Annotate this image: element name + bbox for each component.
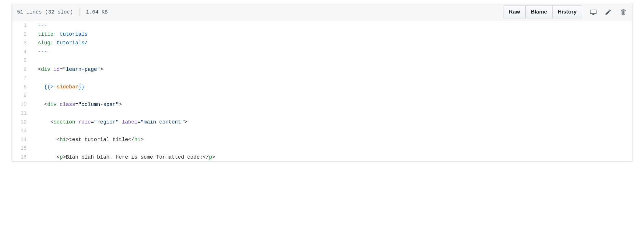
code-line: 16 <p>Blah blah blah. Here is some forma… — [12, 153, 632, 162]
line-content: --- — [32, 21, 632, 30]
code-line: 2title: tutorials — [12, 30, 632, 39]
code-line: 3slug: tutorials/ — [12, 39, 632, 47]
file-info-divider — [79, 8, 79, 16]
code-line: 13 — [12, 126, 632, 135]
code-line: 4--- — [12, 47, 632, 56]
file-header: 51 lines (32 sloc) 1.04 KB Raw Blame His… — [12, 3, 632, 21]
file-actions: Raw Blame History — [503, 5, 627, 18]
line-content — [32, 74, 632, 83]
file-size: 1.04 KB — [86, 9, 108, 15]
code-line: 12 <section role="region" label="main co… — [12, 118, 632, 127]
code-line: 15 — [12, 144, 632, 153]
code-line: 8 {{> sidebar}} — [12, 83, 632, 92]
line-number[interactable]: 8 — [12, 83, 32, 92]
line-number[interactable]: 16 — [12, 153, 32, 162]
code-line: 5 — [12, 56, 632, 65]
line-content: <section role="region" label="main conte… — [32, 118, 632, 127]
line-number[interactable]: 5 — [12, 56, 32, 65]
code-line: 9 — [12, 91, 632, 100]
line-content — [32, 56, 632, 65]
line-content: <div id="learn-page"> — [32, 65, 632, 74]
pencil-icon[interactable] — [605, 8, 612, 16]
file-info: 51 lines (32 sloc) 1.04 KB — [17, 8, 108, 16]
line-number[interactable]: 9 — [12, 91, 32, 100]
history-button[interactable]: History — [553, 5, 582, 18]
line-content — [32, 109, 632, 118]
line-content: <p>Blah blah blah. Here is some formatte… — [32, 153, 632, 162]
line-number[interactable]: 13 — [12, 126, 32, 135]
file-action-button-group: Raw Blame History — [503, 5, 582, 18]
line-number[interactable]: 15 — [12, 144, 32, 153]
line-number[interactable]: 1 — [12, 21, 32, 30]
line-content: <div class="column-span"> — [32, 100, 632, 109]
line-content: slug: tutorials/ — [32, 39, 632, 47]
line-content: --- — [32, 47, 632, 56]
code-line: 7 — [12, 74, 632, 83]
code-line: 1--- — [12, 21, 632, 30]
line-content — [32, 126, 632, 135]
file-container: 51 lines (32 sloc) 1.04 KB Raw Blame His… — [12, 3, 632, 162]
line-number[interactable]: 6 — [12, 65, 32, 74]
line-number[interactable]: 4 — [12, 47, 32, 56]
line-content — [32, 144, 632, 153]
trash-icon[interactable] — [620, 8, 627, 16]
line-number[interactable]: 12 — [12, 118, 32, 127]
code-line: 11 — [12, 109, 632, 118]
code-line: 14 <h1>test tutorial title</h1> — [12, 135, 632, 144]
line-number[interactable]: 7 — [12, 74, 32, 83]
line-content: {{> sidebar}} — [32, 83, 632, 92]
line-count: 51 lines (32 sloc) — [17, 9, 73, 15]
blame-button[interactable]: Blame — [526, 5, 553, 18]
line-number[interactable]: 11 — [12, 109, 32, 118]
line-content: <h1>test tutorial title</h1> — [32, 135, 632, 144]
code-line: 10 <div class="column-span"> — [12, 100, 632, 109]
line-content — [32, 91, 632, 100]
line-content: title: tutorials — [32, 30, 632, 39]
line-number[interactable]: 3 — [12, 39, 32, 47]
raw-button[interactable]: Raw — [503, 5, 525, 18]
line-number[interactable]: 2 — [12, 30, 32, 39]
line-number[interactable]: 10 — [12, 100, 32, 109]
code-line: 6<div id="learn-page"> — [12, 65, 632, 74]
desktop-icon[interactable] — [590, 8, 597, 16]
code-table: 1---2title: tutorials3slug: tutorials/4-… — [12, 21, 632, 161]
line-number[interactable]: 14 — [12, 135, 32, 144]
